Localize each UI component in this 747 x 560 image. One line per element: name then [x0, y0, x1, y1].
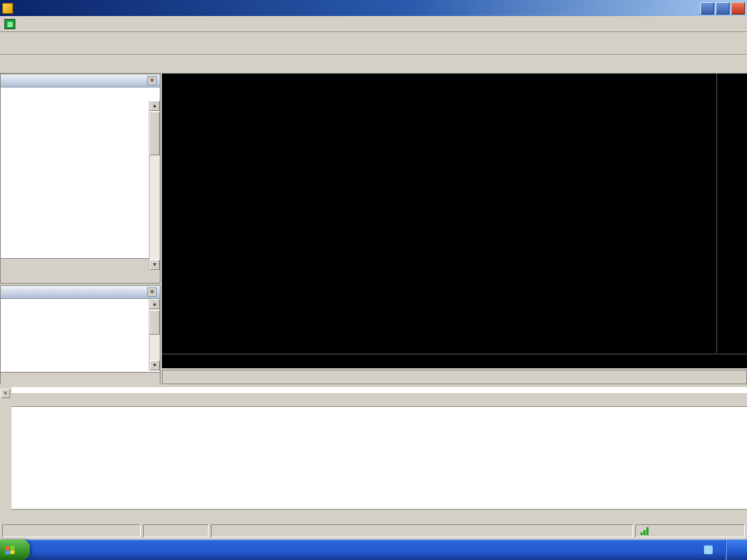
scroll-thumb[interactable] — [150, 112, 160, 155]
chart-plot[interactable] — [162, 74, 716, 353]
minimize-button[interactable] — [700, 2, 714, 15]
status-profile[interactable] — [143, 524, 209, 537]
scroll-up-icon[interactable]: ▲ — [150, 299, 160, 309]
scroll-up-icon[interactable]: ▲ — [150, 101, 160, 111]
navigator-scrollbar[interactable]: ▲ ▼ — [149, 299, 160, 370]
scroll-down-icon[interactable]: ▼ — [150, 260, 160, 270]
start-button[interactable] — [0, 540, 30, 560]
terminal-body — [12, 387, 747, 509]
chart-window-tabs — [162, 370, 747, 384]
market-watch-caption: × — [1, 74, 160, 88]
metatrader-app-icon — [2, 3, 13, 14]
left-panel: × ▲ ▼ × ▲ — [0, 74, 160, 386]
scroll-thumb[interactable] — [150, 310, 160, 335]
my-computer-icon — [704, 545, 713, 554]
account-summary-row — [12, 392, 747, 407]
standard-toolbar — [0, 33, 747, 55]
terminal-tabs — [12, 509, 747, 522]
status-help-text — [2, 524, 141, 537]
time-axis[interactable] — [162, 354, 747, 368]
terminal-gutter — [0, 387, 12, 522]
chart-window-icon[interactable]: ▦ — [4, 19, 15, 29]
price-axis[interactable] — [716, 74, 747, 353]
market-watch-panel: × ▲ ▼ — [0, 74, 160, 284]
terminal-close-icon[interactable]: × — [1, 389, 10, 398]
taskbar — [0, 540, 747, 560]
status-connection — [635, 524, 745, 537]
restore-button[interactable] — [716, 2, 729, 15]
windows-flag-icon — [5, 545, 15, 554]
navigator-tabs — [1, 372, 160, 385]
drawing-toolbar — [0, 55, 747, 74]
close-button[interactable] — [731, 2, 745, 15]
close-icon[interactable]: × — [147, 76, 157, 85]
statusbar — [0, 522, 747, 540]
status-spacer — [211, 524, 633, 537]
market-watch-scrollbar[interactable]: ▲ ▼ — [149, 101, 160, 270]
titlebar — [0, 0, 747, 16]
navigator-caption: × — [1, 286, 160, 299]
navigator-panel: × ▲ ▼ — [0, 285, 160, 384]
terminal-panel: × — [0, 386, 747, 522]
market-watch-tabs — [1, 258, 160, 271]
desktop-toolbar[interactable] — [698, 545, 726, 554]
navigator-tree — [1, 299, 160, 372]
market-watch-list — [1, 88, 160, 258]
connection-signal-icon — [640, 527, 649, 535]
workspace: × ▲ ▼ × ▲ — [0, 74, 747, 522]
scroll-down-icon[interactable]: ▼ — [150, 360, 160, 370]
menubar: ▦ — [0, 16, 747, 32]
chart-region — [162, 74, 747, 368]
close-icon[interactable]: × — [147, 287, 157, 297]
system-tray — [726, 540, 747, 560]
